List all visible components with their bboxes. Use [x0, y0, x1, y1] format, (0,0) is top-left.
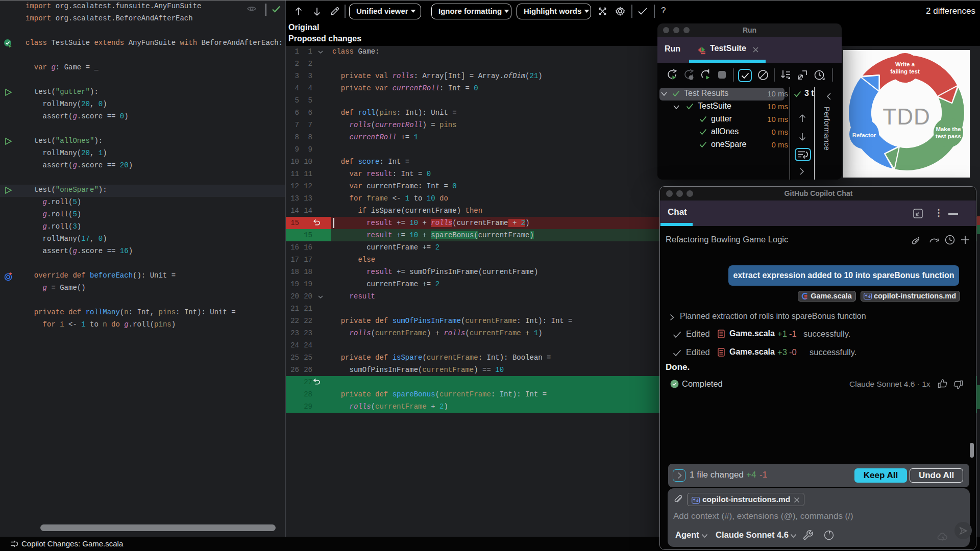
- svg-text:Refactor: Refactor: [852, 132, 876, 138]
- svg-text:Make the: Make the: [936, 126, 961, 132]
- svg-text:Write a: Write a: [895, 61, 915, 67]
- svg-text:test pass: test pass: [936, 133, 961, 139]
- svg-text:TDD: TDD: [883, 104, 930, 129]
- svg-text:failing test: failing test: [890, 68, 920, 74]
